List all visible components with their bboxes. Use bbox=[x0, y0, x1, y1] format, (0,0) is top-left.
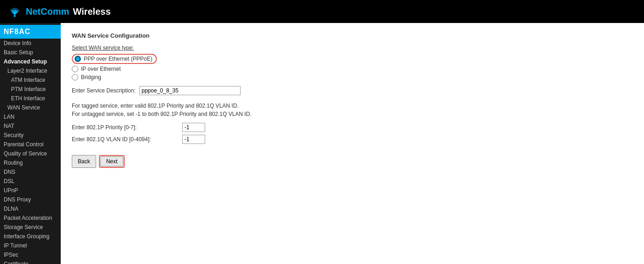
service-desc-row: Enter Service Description: bbox=[72, 86, 633, 95]
sidebar-item-dsl[interactable]: DSL bbox=[0, 177, 61, 186]
radio-option-pppoe[interactable]: PPP over Ethernet (PPPoE) bbox=[72, 54, 633, 64]
sidebar-item-dlna[interactable]: DLNA bbox=[0, 204, 61, 213]
sidebar-item-ptm-interface[interactable]: PTM Interface bbox=[0, 85, 61, 94]
radio-pppoe-label: PPP over Ethernet (PPPoE) bbox=[84, 56, 152, 62]
select-type-label: Select WAN service type: bbox=[72, 45, 633, 51]
vlan-priority-row: Enter 802.1P Priority [0-7]: bbox=[72, 123, 633, 132]
next-button[interactable]: Next bbox=[100, 156, 124, 166]
sidebar-item-security[interactable]: Security bbox=[0, 131, 61, 140]
sidebar-item-device-info[interactable]: Device Info bbox=[0, 39, 61, 48]
sidebar-item-routing[interactable]: Routing bbox=[0, 158, 61, 167]
header: NetCommWireless bbox=[0, 0, 644, 23]
sidebar-item-packet-acceleration[interactable]: Packet Acceleration bbox=[0, 213, 61, 223]
radio-ipoe[interactable] bbox=[72, 66, 78, 72]
service-desc-label: Enter Service Description: bbox=[72, 87, 136, 94]
radio-bridging-label: Bridging bbox=[81, 74, 101, 80]
logo: NetCommWireless bbox=[7, 5, 111, 18]
vlan-priority-input[interactable] bbox=[182, 123, 205, 132]
sidebar-item-storage-service[interactable]: Storage Service bbox=[0, 223, 61, 232]
sidebar-item-quality-of-service[interactable]: Quality of Service bbox=[0, 149, 61, 158]
info-text: For tagged service, enter valid 802.1P P… bbox=[72, 102, 633, 118]
button-row: Back Next bbox=[72, 155, 633, 168]
logo-suffix: Wireless bbox=[73, 6, 110, 17]
wan-type-radio-group: PPP over Ethernet (PPPoE) IP over Ethern… bbox=[72, 54, 633, 80]
radio-bridging[interactable] bbox=[72, 74, 78, 80]
sidebar-item-certificate[interactable]: Certificate bbox=[0, 259, 61, 264]
vlan-id-label: Enter 802.1Q VLAN ID [0-4094]: bbox=[72, 136, 182, 143]
next-button-wrapper: Next bbox=[99, 155, 125, 168]
sidebar-item-lan[interactable]: LAN bbox=[0, 112, 61, 121]
sidebar-item-dns[interactable]: DNS bbox=[0, 167, 61, 177]
info-line1: For tagged service, enter valid 802.1P P… bbox=[72, 103, 239, 109]
sidebar-item-parental-control[interactable]: Parental Control bbox=[0, 140, 61, 149]
content-area: WAN Service Configuration Select WAN ser… bbox=[61, 23, 644, 264]
radio-option-ipoe[interactable]: IP over Ethernet bbox=[72, 66, 633, 72]
radio-pppoe[interactable] bbox=[75, 56, 81, 62]
sidebar-item-eth-interface[interactable]: ETH Interface bbox=[0, 94, 61, 103]
pppoe-highlight: PPP over Ethernet (PPPoE) bbox=[72, 54, 157, 64]
sidebar-item-basic-setup[interactable]: Basic Setup bbox=[0, 48, 61, 57]
sidebar-item-interface-grouping[interactable]: Interface Grouping bbox=[0, 232, 61, 241]
sidebar-item-advanced-setup[interactable]: Advanced Setup bbox=[0, 57, 61, 66]
sidebar-item-upnp[interactable]: UPnP bbox=[0, 186, 61, 195]
sidebar-title: NF8AC bbox=[0, 25, 61, 39]
svg-point-0 bbox=[14, 15, 16, 17]
back-button[interactable]: Back bbox=[72, 155, 96, 168]
wifi-logo-icon bbox=[7, 5, 22, 18]
radio-option-bridging[interactable]: Bridging bbox=[72, 74, 633, 80]
service-desc-input[interactable] bbox=[139, 86, 241, 95]
sidebar-item-nat[interactable]: NAT bbox=[0, 121, 61, 131]
sidebar-nav: Device InfoBasic SetupAdvanced SetupLaye… bbox=[0, 39, 61, 264]
sidebar-item-ip-tunnel[interactable]: IP Tunnel bbox=[0, 241, 61, 250]
section-title: WAN Service Configuration bbox=[72, 32, 633, 39]
sidebar-item-dns-proxy[interactable]: DNS Proxy bbox=[0, 195, 61, 204]
vlan-id-input[interactable] bbox=[182, 135, 205, 144]
info-line2: For untagged service, set -1 to both 802… bbox=[72, 111, 252, 117]
sidebar-item-layer2-interface[interactable]: Layer2 Interface bbox=[0, 66, 61, 75]
sidebar-item-ipsec[interactable]: IPSec bbox=[0, 250, 61, 259]
vlan-priority-label: Enter 802.1P Priority [0-7]: bbox=[72, 124, 182, 131]
logo-brand: NetComm bbox=[26, 6, 69, 17]
radio-ipoe-label: IP over Ethernet bbox=[81, 66, 121, 72]
vlan-id-row: Enter 802.1Q VLAN ID [0-4094]: bbox=[72, 135, 633, 144]
sidebar-item-wan-service[interactable]: WAN Service bbox=[0, 103, 61, 112]
main-layout: NF8AC Device InfoBasic SetupAdvanced Set… bbox=[0, 23, 644, 264]
sidebar: NF8AC Device InfoBasic SetupAdvanced Set… bbox=[0, 23, 61, 264]
sidebar-item-atm-interface[interactable]: ATM Interface bbox=[0, 75, 61, 85]
